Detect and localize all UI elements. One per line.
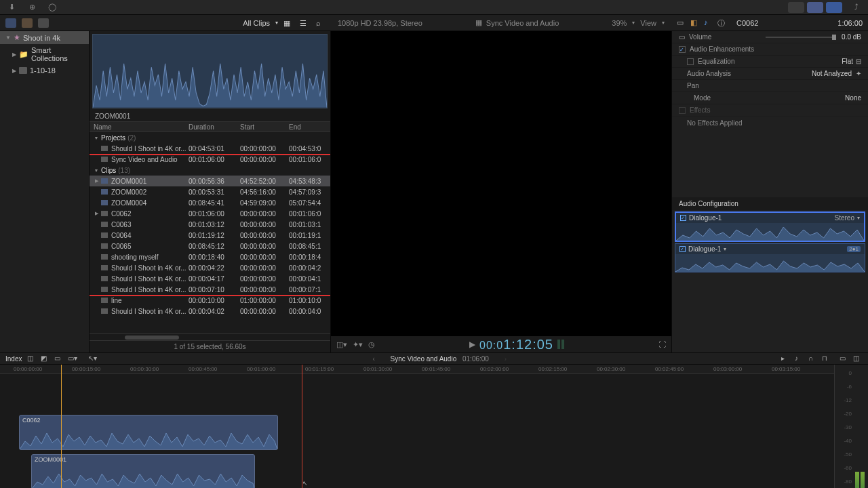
analysis-row[interactable]: Audio Analysis Not Analyzed ✦ xyxy=(672,68,868,80)
horizontal-scrollbar[interactable] xyxy=(90,333,330,340)
timeline-clip-c0062[interactable]: C0062 xyxy=(19,415,278,450)
history-back-icon[interactable]: ‹ xyxy=(372,355,374,363)
table-row[interactable]: C006500:08:45:1200:00:00:0000:08:45:1 xyxy=(90,241,330,251)
disclosure-icon[interactable]: ▼ xyxy=(5,35,11,41)
table-row[interactable]: Should I Shoot in 4K or...00:00:04:1700:… xyxy=(90,273,330,284)
table-row[interactable]: C006400:01:19:1200:00:00:0000:01:19:1 xyxy=(90,230,330,241)
sidebar-item-date[interactable]: ▶ 1-10-18 xyxy=(0,64,89,77)
col-duration[interactable]: Duration xyxy=(189,123,240,131)
table-row[interactable]: Should I Shoot in 4K or...00:00:04:0200:… xyxy=(90,306,330,317)
sidebar-item-shoot-in-4k[interactable]: ▼ ★ Shoot in 4k xyxy=(0,31,89,44)
snap-icon[interactable]: ⊓ xyxy=(822,354,831,363)
timeline: 00:00:00:0000:00:15:0000:00:30:0000:00:4… xyxy=(0,365,868,488)
info-inspector-icon[interactable]: ⓘ xyxy=(717,18,727,28)
search-icon[interactable]: ⌕ xyxy=(316,19,327,27)
meter-scale-label: -20 xyxy=(844,411,852,417)
library-icon[interactable] xyxy=(5,18,16,28)
table-row[interactable]: Should I Shoot in 4K or...00:00:04:2200:… xyxy=(90,262,330,273)
meter-scale-label: -30 xyxy=(844,424,852,430)
timecode-display[interactable]: 00:01:12:05 xyxy=(479,337,553,352)
table-row[interactable]: line00:00:10:0001:00:00:0001:00:10:0 xyxy=(90,295,330,306)
play-button[interactable]: ▶ xyxy=(469,340,475,349)
color-inspector-icon[interactable]: ◧ xyxy=(690,18,700,28)
clips-filter[interactable]: All Clips ▾ ▦ ☰ ⌕ xyxy=(243,19,331,27)
retime-icon[interactable]: ◷ xyxy=(368,340,375,349)
keyword-icon[interactable]: ⊕ xyxy=(26,3,38,12)
col-start[interactable]: Start xyxy=(240,123,289,131)
sidebar-item-label: Smart Collections xyxy=(31,46,85,62)
timeline-clip-zoom0001[interactable]: ZOOM0001 xyxy=(31,454,255,488)
col-end[interactable]: End xyxy=(289,123,328,131)
table-row[interactable]: ZOOM000400:08:45:4104:59:09:0005:07:54:4 xyxy=(90,197,330,208)
workspace-layout-1[interactable] xyxy=(788,2,804,13)
table-row[interactable]: C006300:01:03:1200:00:00:0000:01:03:1 xyxy=(90,219,330,230)
history-forward-icon[interactable]: › xyxy=(505,355,507,363)
timeline-ruler[interactable]: 00:00:00:0000:00:15:0000:00:30:0000:00:4… xyxy=(0,365,834,374)
index-button[interactable]: Index xyxy=(5,355,22,363)
sidebar-item-smart-collections[interactable]: ▶ 📁 Smart Collections xyxy=(0,44,89,64)
table-row[interactable]: shooting myself00:00:18:4000:00:00:0000:… xyxy=(90,251,330,262)
transform-icon[interactable]: ◫▾ xyxy=(336,340,347,349)
list-icon[interactable]: ☰ xyxy=(300,19,311,27)
enhancements-row[interactable]: Audio Enhancements xyxy=(672,43,868,56)
table-row[interactable]: ▶C006200:01:06:0000:00:00:0000:01:06:0 xyxy=(90,208,330,219)
select-tool-icon[interactable]: ↖▾ xyxy=(88,354,98,363)
effects-row: Effects xyxy=(672,104,868,117)
timeline-tracks[interactable]: 00:00:00:0000:00:15:0000:00:30:0000:00:4… xyxy=(0,365,834,488)
track-format[interactable]: Stereo xyxy=(835,214,854,222)
audio-skim-icon[interactable]: ♪ xyxy=(795,354,804,363)
table-row[interactable]: Should I Shoot in 4K or...00:00:07:1000:… xyxy=(90,284,330,295)
audio-inspector-icon[interactable]: ♪ xyxy=(704,18,713,28)
skimming-icon[interactable]: ▸ xyxy=(781,354,791,363)
viewer-canvas[interactable] xyxy=(331,31,671,352)
eq-value[interactable]: Flat xyxy=(842,58,853,65)
table-row[interactable]: ▼Projects (2) xyxy=(90,132,330,143)
view-menu[interactable]: View xyxy=(640,19,656,27)
table-row[interactable]: ▼Clips (13) xyxy=(90,165,330,176)
insert-icon[interactable]: ▭ xyxy=(54,354,64,363)
equalization-row[interactable]: Equalization Flat ⊟ xyxy=(672,56,868,68)
zoom-level[interactable]: 39% xyxy=(612,19,627,27)
wand-icon[interactable]: ✦▾ xyxy=(353,340,363,349)
table-row[interactable]: Should I Shoot in 4K or...00:04:53:0100:… xyxy=(90,143,330,154)
titles-icon[interactable] xyxy=(38,18,49,28)
zoom-slider-icon[interactable]: ◫ xyxy=(853,354,863,363)
ruler-tick: 00:01:00:00 xyxy=(247,366,275,372)
track-checkbox[interactable] xyxy=(680,215,686,221)
workspace-layout-2[interactable] xyxy=(807,2,823,13)
clip-appearance-icon[interactable]: ▭ xyxy=(840,354,849,363)
disclosure-icon[interactable]: ▶ xyxy=(12,68,16,74)
disclosure-icon[interactable]: ▶ xyxy=(12,52,16,58)
mode-value[interactable]: None xyxy=(845,94,861,102)
effects-checkbox[interactable] xyxy=(679,107,686,114)
audio-track-2[interactable]: Dialogue-1 ▾ 2●1 xyxy=(675,243,865,272)
volume-row[interactable]: ▭ Volume 0.0 dB xyxy=(672,31,868,43)
photos-icon[interactable] xyxy=(22,18,33,28)
track-checkbox[interactable] xyxy=(679,246,686,252)
import-icon[interactable]: ⬇ xyxy=(5,3,18,12)
render-icon[interactable]: ◯ xyxy=(46,3,58,12)
table-row[interactable]: Sync Video and Audio00:01:06:0000:00:00:… xyxy=(90,154,330,165)
trim-icon[interactable]: ◫ xyxy=(27,354,37,363)
waveform-preview[interactable] xyxy=(92,34,328,108)
eq-checkbox[interactable] xyxy=(687,58,694,65)
workspace-layout-3[interactable] xyxy=(826,2,842,13)
solo-icon[interactable]: ∩ xyxy=(808,354,818,363)
table-row[interactable]: ▶ZOOM000100:00:56:3604:52:52:0004:53:48:… xyxy=(90,176,330,186)
mode-row[interactable]: Mode None xyxy=(672,92,868,104)
col-name[interactable]: Name xyxy=(90,123,189,131)
table-row[interactable]: ZOOM000200:00:53:3104:56:16:0004:57:09:3 xyxy=(90,186,330,197)
skimmer[interactable] xyxy=(302,365,302,488)
fullscreen-icon[interactable]: ⛶ xyxy=(658,340,666,348)
mouse-cursor: ↖ xyxy=(302,480,308,487)
playhead[interactable] xyxy=(61,365,62,488)
wand-icon[interactable]: ✦ xyxy=(856,70,861,77)
filmstrip-icon[interactable]: ▦ xyxy=(283,19,294,27)
connect-icon[interactable]: ◩ xyxy=(41,354,50,363)
timeline-toolbar: Index ◫ ◩ ▭ ▭▾ ↖▾ ‹ Sync Video and Audio… xyxy=(0,352,868,365)
append-icon[interactable]: ▭▾ xyxy=(68,354,77,363)
video-inspector-icon[interactable]: ▭ xyxy=(677,18,686,28)
share-icon[interactable]: ⤴ xyxy=(850,2,863,12)
enhancements-checkbox[interactable] xyxy=(679,46,686,53)
audio-track-1[interactable]: Dialogue-1 Stereo ▾ xyxy=(675,211,865,242)
